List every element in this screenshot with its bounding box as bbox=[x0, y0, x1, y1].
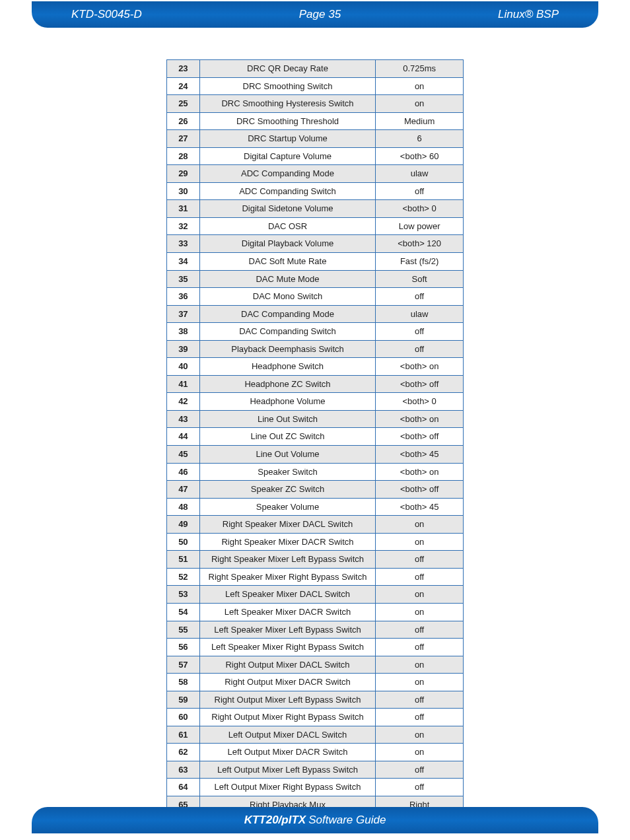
row-value: 6 bbox=[376, 130, 464, 148]
row-name: Digital Capture Volume bbox=[199, 147, 376, 165]
row-index: 56 bbox=[167, 639, 200, 656]
table-row: 32DAC OSRLow power bbox=[167, 217, 464, 235]
row-index: 23 bbox=[167, 60, 200, 78]
row-value: on bbox=[376, 726, 464, 744]
row-value: <both> 120 bbox=[376, 235, 464, 253]
table-row: 63Left Output Mixer Left Bypass Switchof… bbox=[167, 761, 464, 779]
row-value: <both> on bbox=[376, 410, 464, 428]
table-row: 24DRC Smoothing Switchon bbox=[167, 77, 464, 95]
row-name: Left Output Mixer Left Bypass Switch bbox=[199, 761, 376, 779]
row-index: 50 bbox=[167, 533, 200, 551]
row-value: on bbox=[376, 77, 464, 95]
row-name: Headphone Volume bbox=[199, 393, 376, 411]
row-index: 38 bbox=[167, 323, 200, 341]
table-row: 35DAC Mute ModeSoft bbox=[167, 270, 464, 288]
row-name: Left Speaker Mixer Right Bypass Switch bbox=[199, 639, 376, 656]
row-index: 57 bbox=[167, 656, 200, 674]
table-row: 52Right Speaker Mixer Right Bypass Switc… bbox=[167, 568, 464, 586]
row-name: Right Output Mixer DACR Switch bbox=[199, 674, 376, 691]
table-row: 56Left Speaker Mixer Right Bypass Switch… bbox=[167, 639, 464, 656]
page-number: Page 35 bbox=[142, 8, 498, 21]
row-value: <both> off bbox=[376, 481, 464, 499]
page-header: KTD-S0045-D Page 35 Linux® BSP bbox=[32, 1, 598, 28]
row-value: off bbox=[376, 182, 464, 200]
row-name: DAC Soft Mute Rate bbox=[199, 253, 376, 271]
row-value: ulaw bbox=[376, 305, 464, 323]
row-value: Fast (fs/2) bbox=[376, 253, 464, 271]
row-value: off bbox=[376, 761, 464, 779]
row-name: DRC Smoothing Hysteresis Switch bbox=[199, 95, 376, 113]
table-row: 26DRC Smoothing ThresholdMedium bbox=[167, 112, 464, 130]
row-value: on bbox=[376, 95, 464, 113]
row-value: <both> off bbox=[376, 428, 464, 446]
table-row: 44Line Out ZC Switch<both> off bbox=[167, 428, 464, 446]
row-value: <both> on bbox=[376, 358, 464, 376]
row-index: 59 bbox=[167, 691, 200, 709]
table-row: 42Headphone Volume<both> 0 bbox=[167, 393, 464, 411]
row-value: 0.725ms bbox=[376, 60, 464, 78]
table-row: 29ADC Companding Modeulaw bbox=[167, 165, 464, 183]
row-index: 41 bbox=[167, 375, 200, 393]
table-row: 27DRC Startup Volume6 bbox=[167, 130, 464, 148]
row-name: Left Output Mixer DACL Switch bbox=[199, 726, 376, 744]
table-row: 45Line Out Volume<both> 45 bbox=[167, 446, 464, 464]
row-index: 48 bbox=[167, 498, 200, 516]
row-index: 47 bbox=[167, 481, 200, 499]
row-index: 33 bbox=[167, 235, 200, 253]
row-value: off bbox=[376, 709, 464, 726]
table-row: 61Left Output Mixer DACL Switchon bbox=[167, 726, 464, 744]
row-index: 24 bbox=[167, 77, 200, 95]
table-row: 48Speaker Volume<both> 45 bbox=[167, 498, 464, 516]
row-name: Digital Sidetone Volume bbox=[199, 200, 376, 218]
table-row: 23DRC QR Decay Rate0.725ms bbox=[167, 60, 464, 78]
footer-product: KTT20/pITX bbox=[244, 814, 306, 827]
row-index: 45 bbox=[167, 446, 200, 464]
row-value: on bbox=[376, 674, 464, 691]
table-row: 36DAC Mono Switchoff bbox=[167, 288, 464, 306]
table-row: 34DAC Soft Mute RateFast (fs/2) bbox=[167, 253, 464, 271]
row-index: 62 bbox=[167, 744, 200, 761]
row-name: Digital Playback Volume bbox=[199, 235, 376, 253]
row-value: on bbox=[376, 533, 464, 551]
row-name: DAC Companding Mode bbox=[199, 305, 376, 323]
table-row: 58Right Output Mixer DACR Switchon bbox=[167, 674, 464, 691]
table-row: 59Right Output Mixer Left Bypass Switcho… bbox=[167, 691, 464, 709]
row-name: DRC QR Decay Rate bbox=[199, 60, 376, 78]
row-value: on bbox=[376, 656, 464, 674]
row-name: Right Output Mixer Left Bypass Switch bbox=[199, 691, 376, 709]
row-name: Left Speaker Mixer Left Bypass Switch bbox=[199, 621, 376, 639]
row-index: 58 bbox=[167, 674, 200, 691]
table-row: 33Digital Playback Volume<both> 120 bbox=[167, 235, 464, 253]
row-value: <both> 45 bbox=[376, 446, 464, 464]
row-name: Headphone Switch bbox=[199, 358, 376, 376]
table-row: 39Playback Deemphasis Switchoff bbox=[167, 340, 464, 358]
row-name: Speaker ZC Switch bbox=[199, 481, 376, 499]
table-row: 62Left Output Mixer DACR Switchon bbox=[167, 744, 464, 761]
row-name: Line Out ZC Switch bbox=[199, 428, 376, 446]
table-row: 55Left Speaker Mixer Left Bypass Switcho… bbox=[167, 621, 464, 639]
row-name: Headphone ZC Switch bbox=[199, 375, 376, 393]
row-value: <both> on bbox=[376, 463, 464, 481]
row-name: Speaker Volume bbox=[199, 498, 376, 516]
row-index: 27 bbox=[167, 130, 200, 148]
row-index: 46 bbox=[167, 463, 200, 481]
settings-table: 23DRC QR Decay Rate0.725ms24DRC Smoothin… bbox=[166, 59, 464, 831]
row-name: Left Speaker Mixer DACL Switch bbox=[199, 586, 376, 604]
row-name: Left Speaker Mixer DACR Switch bbox=[199, 603, 376, 621]
row-index: 39 bbox=[167, 340, 200, 358]
row-name: DRC Startup Volume bbox=[199, 130, 376, 148]
table-row: 28Digital Capture Volume<both> 60 bbox=[167, 147, 464, 165]
row-name: Speaker Switch bbox=[199, 463, 376, 481]
row-value: off bbox=[376, 639, 464, 656]
row-value: off bbox=[376, 551, 464, 569]
table-row: 30ADC Companding Switchoff bbox=[167, 182, 464, 200]
table-row: 37DAC Companding Modeulaw bbox=[167, 305, 464, 323]
row-name: Right Speaker Mixer DACR Switch bbox=[199, 533, 376, 551]
row-value: <both> 45 bbox=[376, 498, 464, 516]
row-name: Left Output Mixer Right Bypass Switch bbox=[199, 779, 376, 796]
row-value: off bbox=[376, 323, 464, 341]
row-value: Low power bbox=[376, 217, 464, 235]
row-name: Right Output Mixer Right Bypass Switch bbox=[199, 709, 376, 726]
table-row: 40Headphone Switch<both> on bbox=[167, 358, 464, 376]
table-row: 53Left Speaker Mixer DACL Switchon bbox=[167, 586, 464, 604]
